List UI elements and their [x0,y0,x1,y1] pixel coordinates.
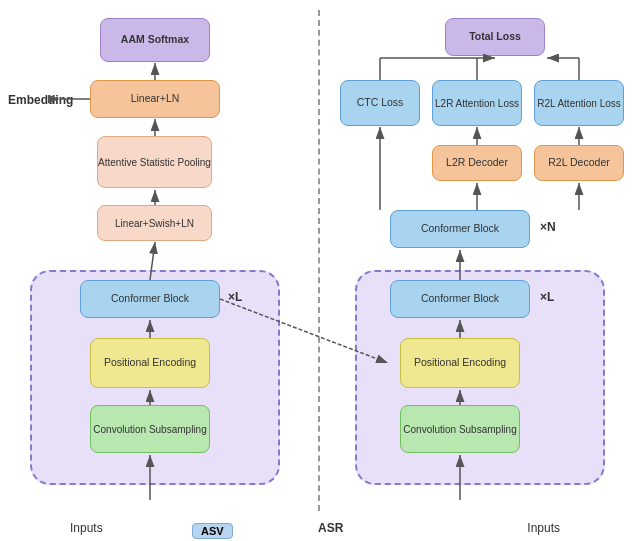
mult-l-asv: ×L [228,290,242,304]
positional-encoding-asr-label: Positional Encoding [414,356,506,370]
divider [318,10,320,511]
conformer-block-asv-box: Conformer Block [80,280,220,318]
linear-ln-box: Linear+LN [90,80,220,118]
mult-n-asr: ×N [540,220,556,234]
positional-encoding-asv-label: Positional Encoding [104,356,196,370]
conv-subsampling-asv-box: Convolution Subsampling [90,405,210,453]
l2r-attention-loss-box: L2R Attention Loss [432,80,522,126]
mult-l-asr: ×L [540,290,554,304]
attentive-pooling-label: Attentive Statistic Pooling [98,156,211,169]
ctc-loss-label: CTC Loss [357,96,404,110]
total-loss-box: Total Loss [445,18,545,56]
r2l-attention-loss-label: R2L Attention Loss [537,97,621,110]
r2l-decoder-box: R2L Decoder [534,145,624,181]
inputs-label-asv: Inputs [70,521,103,535]
conv-subsampling-asr-box: Convolution Subsampling [400,405,520,453]
linear-swish-ln-label: Linear+Swish+LN [115,217,194,230]
total-loss-label: Total Loss [469,30,521,44]
positional-encoding-asv-box: Positional Encoding [90,338,210,388]
linear-swish-ln-box: Linear+Swish+LN [97,205,212,241]
linear-ln-label: Linear+LN [131,92,180,106]
ctc-loss-box: CTC Loss [340,80,420,126]
asr-label: ASR [318,521,343,535]
conformer-block-asv-label: Conformer Block [111,292,189,306]
asv-badge: ASV [192,523,233,539]
conformer-block-asr-bot-box: Conformer Block [390,280,530,318]
positional-encoding-asr-box: Positional Encoding [400,338,520,388]
embedding-label: Embedding [8,93,73,107]
inputs-label-asr: Inputs [527,521,560,535]
conformer-block-asr-top-label: Conformer Block [421,222,499,236]
conformer-block-asr-bot-label: Conformer Block [421,292,499,306]
r2l-decoder-label: R2L Decoder [548,156,609,170]
attentive-pooling-box: Attentive Statistic Pooling [97,136,212,188]
diagram: AAM Softmax Linear+LN Embedding Attentiv… [0,0,640,541]
conv-subsampling-asr-label: Convolution Subsampling [403,423,516,436]
aam-softmax-label: AAM Softmax [121,33,189,47]
conv-subsampling-asv-label: Convolution Subsampling [93,423,206,436]
l2r-decoder-label: L2R Decoder [446,156,508,170]
conformer-block-asr-top-box: Conformer Block [390,210,530,248]
r2l-attention-loss-box: R2L Attention Loss [534,80,624,126]
aam-softmax-box: AAM Softmax [100,18,210,62]
l2r-decoder-box: L2R Decoder [432,145,522,181]
l2r-attention-loss-label: L2R Attention Loss [435,97,519,110]
